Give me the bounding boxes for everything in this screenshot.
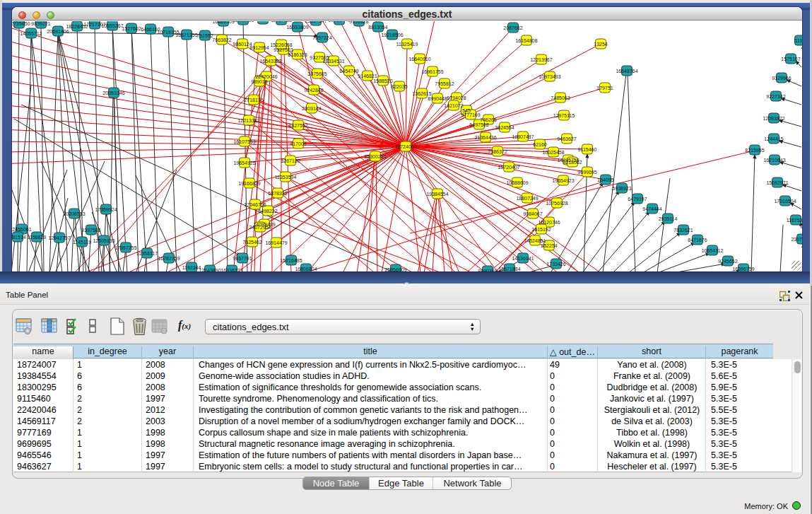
svg-text:9242848: 9242848 bbox=[304, 88, 323, 93]
svg-text:12942757: 12942757 bbox=[48, 235, 70, 240]
svg-text:16107553: 16107553 bbox=[233, 139, 255, 144]
svg-text:9084067: 9084067 bbox=[523, 211, 542, 216]
svg-text:18724007: 18724007 bbox=[394, 144, 416, 149]
svg-text:25300285: 25300285 bbox=[364, 154, 386, 159]
svg-text:12213382: 12213382 bbox=[237, 118, 259, 123]
svg-text:1527602: 1527602 bbox=[122, 26, 141, 31]
svg-text:10025458: 10025458 bbox=[542, 150, 564, 155]
svg-text:18807249: 18807249 bbox=[516, 196, 538, 201]
svg-text:1588520: 1588520 bbox=[373, 78, 392, 83]
svg-text:12093872: 12093872 bbox=[763, 116, 784, 121]
svg-text:6479197: 6479197 bbox=[628, 197, 647, 201]
svg-text:10066449: 10066449 bbox=[328, 21, 350, 23]
svg-text:8215955: 8215955 bbox=[745, 148, 764, 153]
svg-text:17016504: 17016504 bbox=[774, 199, 796, 204]
svg-text:1112: 1112 bbox=[795, 38, 802, 43]
svg-text:22420046: 22420046 bbox=[255, 74, 277, 79]
svg-text:1621072: 1621072 bbox=[444, 103, 463, 108]
svg-text:9329966: 9329966 bbox=[772, 76, 791, 81]
svg-text:252254: 252254 bbox=[541, 243, 557, 248]
svg-text:9890399: 9890399 bbox=[478, 269, 497, 272]
svg-text:8427552: 8427552 bbox=[288, 123, 307, 128]
svg-text:11958117: 11958117 bbox=[136, 251, 158, 256]
svg-text:164095: 164095 bbox=[597, 177, 613, 182]
svg-text:16806804: 16806804 bbox=[295, 267, 317, 271]
svg-text:11325419: 11325419 bbox=[396, 42, 418, 47]
svg-text:1167533: 1167533 bbox=[787, 218, 802, 223]
svg-text:822035: 822035 bbox=[391, 84, 407, 89]
svg-text:10654112: 10654112 bbox=[702, 248, 724, 253]
svg-text:6794028: 6794028 bbox=[447, 95, 466, 100]
svg-text:8990448: 8990448 bbox=[428, 96, 447, 101]
svg-text:23076749: 23076749 bbox=[791, 237, 802, 242]
svg-text:1244415: 1244415 bbox=[764, 136, 783, 141]
svg-text:391514: 391514 bbox=[12, 235, 26, 240]
svg-text:9245652: 9245652 bbox=[718, 259, 737, 264]
svg-text:9463627: 9463627 bbox=[557, 136, 576, 141]
svg-text:14055712: 14055712 bbox=[20, 31, 42, 36]
svg-text:12505135: 12505135 bbox=[93, 238, 114, 243]
svg-text:9839221: 9839221 bbox=[31, 21, 50, 26]
svg-text:5938923: 5938923 bbox=[612, 186, 631, 191]
svg-text:9146821: 9146821 bbox=[358, 74, 377, 78]
svg-text:9115460: 9115460 bbox=[578, 147, 597, 152]
svg-text:16640910: 16640910 bbox=[408, 57, 430, 62]
svg-text:1156829: 1156829 bbox=[28, 235, 47, 240]
svg-text:9397588: 9397588 bbox=[81, 228, 100, 233]
svg-text:20206553: 20206553 bbox=[63, 211, 85, 216]
svg-text:17046766: 17046766 bbox=[244, 202, 266, 207]
svg-text:9327503: 9327503 bbox=[273, 47, 293, 52]
svg-text:15720407: 15720407 bbox=[498, 165, 519, 170]
svg-text:16543382: 16543382 bbox=[259, 59, 281, 64]
svg-text:3267130: 3267130 bbox=[281, 158, 300, 163]
svg-text:10807487: 10807487 bbox=[512, 134, 534, 139]
svg-text:8912954: 8912954 bbox=[249, 45, 269, 50]
svg-text:19166829: 19166829 bbox=[238, 181, 260, 186]
svg-text:9999828: 9999828 bbox=[349, 21, 368, 24]
svg-text:2455061: 2455061 bbox=[12, 227, 31, 232]
svg-text:1733426: 1733426 bbox=[546, 262, 565, 267]
svg-text:21364436: 21364436 bbox=[474, 135, 496, 140]
svg-text:6497568: 6497568 bbox=[469, 122, 488, 127]
svg-text:989015: 989015 bbox=[251, 79, 267, 84]
svg-text:15692971: 15692971 bbox=[766, 180, 788, 185]
svg-text:2087682: 2087682 bbox=[503, 25, 522, 30]
svg-text:15671884: 15671884 bbox=[498, 267, 520, 271]
svg-text:15226058: 15226058 bbox=[270, 42, 292, 47]
svg-text:10973493: 10973493 bbox=[539, 74, 560, 79]
svg-text:15716485: 15716485 bbox=[280, 258, 302, 263]
svg-text:7857224: 7857224 bbox=[312, 35, 331, 40]
svg-text:18334531: 18334531 bbox=[322, 59, 344, 64]
svg-text:16120746: 16120746 bbox=[538, 220, 560, 225]
svg-text:16154808: 16154808 bbox=[515, 38, 537, 43]
svg-text:13254: 13254 bbox=[594, 42, 608, 47]
svg-text:16671355: 16671355 bbox=[175, 33, 197, 37]
svg-text:14136141: 14136141 bbox=[512, 256, 534, 261]
svg-text:11353594: 11353594 bbox=[275, 175, 297, 180]
svg-text:7386372: 7386372 bbox=[488, 149, 507, 154]
svg-text:25956909: 25956909 bbox=[384, 267, 406, 272]
svg-text:1615192: 1615192 bbox=[531, 227, 551, 232]
svg-text:19384554: 19384554 bbox=[426, 192, 448, 197]
svg-text:7955812: 7955812 bbox=[435, 81, 454, 86]
svg-text:11917183: 11917183 bbox=[271, 21, 293, 23]
svg-text:2803144: 2803144 bbox=[302, 106, 321, 111]
svg-text:7625402: 7625402 bbox=[242, 240, 261, 245]
svg-text:14524851: 14524851 bbox=[524, 238, 546, 243]
svg-text:10655267: 10655267 bbox=[101, 23, 123, 28]
svg-text:8813054: 8813054 bbox=[368, 25, 387, 30]
svg-text:179751: 179751 bbox=[596, 86, 613, 90]
svg-text:2935114: 2935114 bbox=[659, 216, 678, 221]
svg-text:12213967: 12213967 bbox=[530, 57, 552, 62]
svg-text:20691406: 20691406 bbox=[47, 29, 69, 34]
svg-text:17957255: 17957255 bbox=[114, 245, 136, 250]
svg-text:19654925: 19654925 bbox=[233, 160, 255, 165]
svg-text:417006: 417006 bbox=[290, 141, 306, 146]
svg-text:9227342: 9227342 bbox=[766, 94, 785, 99]
svg-text:7663822: 7663822 bbox=[212, 37, 231, 42]
svg-text:9699695: 9699695 bbox=[577, 170, 596, 175]
svg-text:62160: 62160 bbox=[533, 142, 547, 147]
svg-text:16914479: 16914479 bbox=[265, 240, 287, 245]
svg-text:20053346: 20053346 bbox=[102, 90, 124, 95]
svg-text:8471676: 8471676 bbox=[688, 238, 707, 243]
